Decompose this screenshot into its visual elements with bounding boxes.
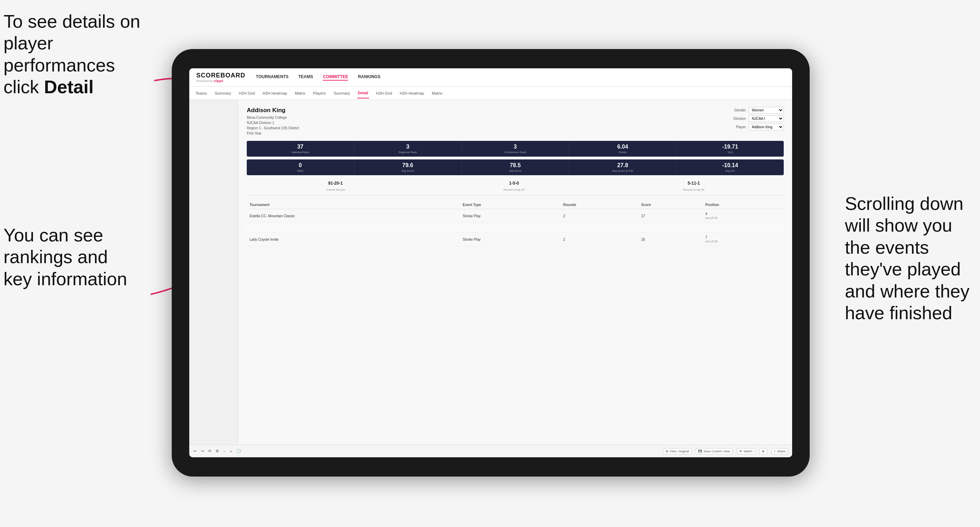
subnav-teams[interactable]: Teams bbox=[195, 88, 207, 98]
screen-button[interactable]: 🖥 bbox=[759, 448, 767, 454]
annotation-bold: Detail bbox=[44, 77, 94, 97]
stat-regional-rank: 3 Regional Rank bbox=[354, 141, 462, 157]
records-row: 91-20-1 Overall Record 1-5-0 Record vs t… bbox=[247, 178, 784, 195]
stat-value-wins: 0 bbox=[250, 162, 350, 168]
player-select[interactable]: Addison King bbox=[749, 124, 784, 130]
gender-selector-row: Gender Women Men bbox=[728, 107, 784, 114]
content-area: Addison King Mesa Community College NJCA… bbox=[238, 100, 792, 444]
stat-label-sos: SoS bbox=[680, 151, 780, 154]
settings-icon[interactable]: ⚙ bbox=[216, 449, 219, 453]
subnav-h2h-grid[interactable]: H2H Grid bbox=[238, 88, 256, 98]
annotation-bottom-left: You can see rankings and key information bbox=[3, 224, 127, 290]
stat-avg-score: 79.6 Avg Score bbox=[354, 159, 462, 175]
view-original-button[interactable]: ⊞ View: Original bbox=[663, 448, 692, 454]
nav-committee[interactable]: COMMITTEE bbox=[323, 74, 348, 81]
stat-avg-sg: -10.14 Avg SG bbox=[676, 159, 784, 175]
redo-icon[interactable]: ↪ bbox=[201, 449, 204, 453]
minus-icon[interactable]: − bbox=[223, 449, 225, 453]
player-selector-row: Player Addison King bbox=[728, 124, 784, 130]
gender-label: Gender bbox=[728, 108, 746, 112]
tournament-table: Tournament Event Type Rounds Score Posit… bbox=[247, 201, 784, 246]
record-top25: 1-5-0 Record vs top 25 bbox=[503, 181, 524, 192]
main-content: Addison King Mesa Community College NJCA… bbox=[189, 100, 792, 444]
stat-sos: -19.71 SoS bbox=[676, 141, 784, 157]
cell-rounds-2: 2 bbox=[560, 233, 638, 246]
stat-value-conference-rank: 3 bbox=[465, 144, 565, 150]
annotation-right: Scrolling down will show you the events … bbox=[845, 193, 969, 324]
player-selectors: Gender Women Men Division NJCAA I bbox=[728, 107, 784, 130]
cell-position-1: 4out of 20 bbox=[702, 209, 784, 223]
stat-value-adj-score: 78.5 bbox=[465, 162, 565, 168]
nav-teams[interactable]: TEAMS bbox=[298, 74, 313, 81]
gender-select[interactable]: Women Men bbox=[749, 107, 784, 114]
subnav-summary2[interactable]: Summary bbox=[333, 88, 351, 98]
subnav-players[interactable]: Players bbox=[312, 88, 327, 98]
logo-scoreboard: SCOREBOARD bbox=[196, 72, 245, 79]
subnav-matrix2[interactable]: Matrix bbox=[431, 88, 443, 98]
player-division: NJCAA Division 1 bbox=[247, 120, 299, 125]
subnav-matrix[interactable]: Matrix bbox=[294, 88, 306, 98]
record-top50-label: Record vs top 50 bbox=[683, 188, 704, 191]
watch-label: Watch bbox=[744, 449, 752, 453]
screen-icon: 🖥 bbox=[762, 449, 765, 453]
share-button[interactable]: ⤴ Share bbox=[772, 448, 788, 454]
table-body: Estella CC- Mountain Classic Stroke Play… bbox=[247, 209, 784, 246]
table-row: Estella CC- Mountain Classic Stroke Play… bbox=[247, 209, 784, 223]
stat-label-national-rank: National Rank bbox=[250, 151, 350, 154]
division-select[interactable]: NJCAA I bbox=[749, 115, 784, 122]
record-overall: 91-20-1 Overall Record bbox=[326, 181, 345, 192]
logo-clippd: clippd bbox=[214, 79, 223, 83]
cell-event-type-empty bbox=[460, 223, 560, 233]
stat-value-avg-score: 79.6 bbox=[358, 162, 458, 168]
eye-icon: 👁 bbox=[739, 449, 742, 453]
save-label: Save Custom View bbox=[703, 449, 730, 453]
col-event-type: Event Type bbox=[460, 201, 560, 209]
watch-button[interactable]: 👁 Watch bbox=[737, 448, 755, 454]
record-top50-value: 5-11-1 bbox=[683, 181, 704, 186]
cell-score-1: 17 bbox=[638, 209, 702, 223]
main-nav: TOURNAMENTS TEAMS COMMITTEE RANKINGS bbox=[256, 74, 380, 81]
stat-label-avg-score-par: Avg Score to Par bbox=[573, 169, 673, 172]
stat-label-avg-score: Avg Score bbox=[358, 169, 458, 172]
stat-label-regional-rank: Regional Rank bbox=[358, 151, 458, 154]
stats-row-1: 37 National Rank 3 Regional Rank 3 Confe… bbox=[247, 141, 784, 157]
table-header-row: Tournament Event Type Rounds Score Posit… bbox=[247, 201, 784, 209]
record-overall-value: 91-20-1 bbox=[326, 181, 345, 186]
cell-event-type-2: Stroke Play bbox=[460, 233, 560, 246]
sub-nav: Teams Summary H2H Grid H2H Heatmap Matri… bbox=[189, 87, 792, 100]
bottom-toolbar: ↩ ↪ ⟳ ⚙ − + 🕐 ⊞ View: Original 💾 Save Cu… bbox=[189, 444, 792, 457]
save-custom-view-button[interactable]: 💾 Save Custom View bbox=[696, 448, 733, 454]
stat-label-wins: Wins bbox=[250, 169, 350, 172]
nav-tournaments[interactable]: TOURNAMENTS bbox=[256, 74, 288, 81]
player-year: First Year bbox=[247, 131, 299, 136]
cell-score-empty bbox=[638, 223, 702, 233]
stat-national-rank: 37 National Rank bbox=[247, 141, 354, 157]
refresh-icon[interactable]: ⟳ bbox=[208, 449, 212, 453]
subnav-h2h-heatmap[interactable]: H2H Heatmap bbox=[262, 88, 288, 98]
stats-row-2: 0 Wins 79.6 Avg Score 78.5 Adj Score 27.… bbox=[247, 159, 784, 175]
subnav-h2h-grid2[interactable]: H2H Grid bbox=[375, 88, 393, 98]
plus-icon[interactable]: + bbox=[229, 449, 232, 453]
player-header: Addison King Mesa Community College NJCA… bbox=[247, 107, 784, 136]
tablet-frame: SCOREBOARD Powered by clippd TOURNAMENTS… bbox=[172, 49, 810, 476]
annotation-text-6: will show you bbox=[845, 215, 952, 235]
cell-tournament-1: Estella CC- Mountain Classic bbox=[247, 209, 460, 223]
undo-icon[interactable]: ↩ bbox=[194, 449, 197, 453]
subnav-detail[interactable]: Detail bbox=[357, 88, 369, 98]
stat-value-points: 6.04 bbox=[573, 144, 673, 150]
division-label: Division bbox=[728, 117, 746, 121]
stat-value-national-rank: 37 bbox=[250, 144, 350, 150]
player-info: Addison King Mesa Community College NJCA… bbox=[247, 107, 299, 136]
stat-value-avg-score-par: 27.8 bbox=[573, 162, 673, 168]
tablet-screen: SCOREBOARD Powered by clippd TOURNAMENTS… bbox=[189, 68, 792, 457]
stat-conference-rank: 3 Conference Rank bbox=[461, 141, 569, 157]
clock-icon[interactable]: 🕐 bbox=[236, 449, 241, 453]
table-header: Tournament Event Type Rounds Score Posit… bbox=[247, 201, 784, 209]
cell-rounds-empty bbox=[560, 223, 638, 233]
cell-position-empty bbox=[702, 223, 784, 233]
subnav-summary[interactable]: Summary bbox=[214, 88, 232, 98]
subnav-h2h-heatmap2[interactable]: H2H Heatmap bbox=[399, 88, 425, 98]
stat-value-sos: -19.71 bbox=[680, 144, 780, 150]
view-icon: ⊞ bbox=[666, 449, 668, 453]
nav-rankings[interactable]: RANKINGS bbox=[358, 74, 380, 81]
